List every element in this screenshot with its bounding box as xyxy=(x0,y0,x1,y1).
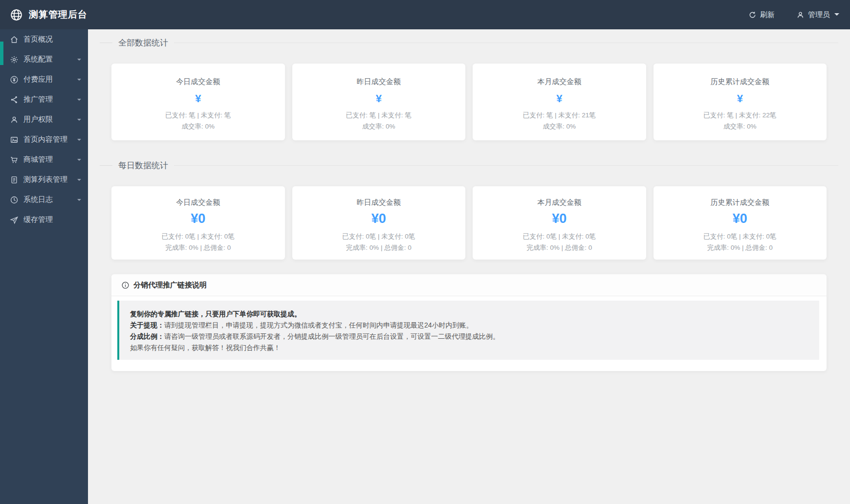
stat-amount: ¥0 xyxy=(478,211,641,226)
chevron-down-icon xyxy=(77,159,81,163)
topbar: 测算管理后台 刷新 管理员 xyxy=(0,0,850,29)
all-stats-cards: 今日成交金额 ¥ 已支付: 笔 | 未支付: 笔 成交率: 0% 昨日成交金额 … xyxy=(111,64,827,140)
chevron-down-icon xyxy=(77,119,81,123)
user-icon xyxy=(10,115,19,124)
sidebar-item-promotion-management[interactable]: 推广管理 xyxy=(0,89,88,110)
stat-card-history-daily: 历史累计成交金额 ¥0 已支付: 0笔 | 未支付: 0笔 完成率: 0% | … xyxy=(654,186,827,260)
sidebar-item-home-overview[interactable]: 首页概况 xyxy=(0,29,88,49)
section-title: 全部数据统计 xyxy=(112,37,174,48)
stat-amount: ¥ xyxy=(658,92,822,105)
stat-rate-line: 完成率: 0% | 总佣金: 0 xyxy=(116,244,280,251)
document-icon xyxy=(10,175,19,184)
stat-card-month-total: 本月成交金额 ¥ 已支付: 笔 | 未支付: 21笔 成交率: 0% xyxy=(473,64,646,140)
app-logo[interactable]: 测算管理后台 xyxy=(10,8,87,22)
stat-card-yesterday-total: 昨日成交金额 ¥ 已支付: 笔 | 未支付: 笔 成交率: 0% xyxy=(292,64,466,140)
app-title: 测算管理后台 xyxy=(29,8,87,21)
sidebar-item-label: 推广管理 xyxy=(23,95,53,104)
stat-card-month-daily: 本月成交金额 ¥0 已支付: 0笔 | 未支付: 0笔 完成率: 0% | 总佣… xyxy=(473,186,646,260)
stat-amount: ¥ xyxy=(116,92,280,105)
sidebar-item-cache-management[interactable]: 缓存管理 xyxy=(0,210,88,230)
stat-amount: ¥0 xyxy=(658,211,822,226)
stat-title: 历史累计成交金额 xyxy=(658,77,822,87)
sidebar-item-mall-management[interactable]: 商城管理 xyxy=(0,150,88,170)
chevron-down-icon xyxy=(77,99,81,103)
stat-amount: ¥0 xyxy=(116,211,280,226)
stat-title: 本月成交金额 xyxy=(478,198,641,207)
stat-paid-line: 已支付: 笔 | 未支付: 22笔 xyxy=(658,112,822,119)
sidebar-item-system-config[interactable]: 系统配置 xyxy=(0,49,88,69)
chevron-down-icon xyxy=(77,59,81,63)
image-icon xyxy=(10,135,19,144)
stat-card-yesterday-daily: 昨日成交金额 ¥0 已支付: 0笔 | 未支付: 0笔 完成率: 0% | 总佣… xyxy=(292,186,466,260)
yen-circle-icon xyxy=(10,75,19,84)
stat-amount: ¥ xyxy=(478,92,641,105)
sidebar-item-label: 首页概况 xyxy=(23,35,53,44)
sidebar-item-calc-list-management[interactable]: 测算列表管理 xyxy=(0,170,88,190)
stat-paid-line: 已支付: 0笔 | 未支付: 0笔 xyxy=(478,233,641,240)
promotion-notice-panel: 分销代理推广链接说明 复制你的专属推广链接，只要用户下单你即可获取提成。 关于提… xyxy=(111,274,827,371)
home-icon xyxy=(10,35,19,44)
stat-title: 历史累计成交金额 xyxy=(658,198,822,207)
notice-line: 复制你的专属推广链接，只要用户下单你即可获取提成。 xyxy=(130,308,808,320)
stat-title: 本月成交金额 xyxy=(478,77,641,87)
stat-amount: ¥0 xyxy=(297,211,461,226)
sidebar-item-label: 测算列表管理 xyxy=(23,175,67,184)
stat-paid-line: 已支付: 笔 | 未支付: 21笔 xyxy=(478,112,641,119)
section-divider-all-stats: 全部数据统计 xyxy=(100,37,838,48)
topbar-actions: 刷新 管理员 xyxy=(748,10,839,20)
stat-rate-line: 完成率: 0% | 总佣金: 0 xyxy=(658,244,822,251)
chevron-down-icon xyxy=(77,139,81,143)
sidebar-item-label: 商城管理 xyxy=(23,155,53,164)
user-label: 管理员 xyxy=(808,10,830,20)
stat-title: 昨日成交金额 xyxy=(297,77,461,87)
send-icon xyxy=(10,216,19,224)
stat-card-today-daily: 今日成交金额 ¥0 已支付: 0笔 | 未支付: 0笔 完成率: 0% | 总佣… xyxy=(111,186,285,260)
sidebar-item-label: 付费应用 xyxy=(23,75,53,84)
notice-line: 分成比例：请咨询一级管理员或者联系源码开发者，分销提成比例一级管理员可在后台设置… xyxy=(130,331,808,342)
refresh-label: 刷新 xyxy=(760,10,775,20)
gear-icon xyxy=(10,55,19,64)
notice-panel-header: 分销代理推广链接说明 xyxy=(111,274,827,296)
user-icon xyxy=(796,11,805,19)
sidebar-item-label: 系统日志 xyxy=(23,195,53,204)
sidebar-item-user-permissions[interactable]: 用户权限 xyxy=(0,110,88,130)
cart-icon xyxy=(10,155,19,164)
stat-rate-line: 成交率: 0% xyxy=(116,123,280,130)
notice-line: 关于提现：请到提现管理栏目，申请提现，提现方式为微信或者支付宝，任何时间内申请提… xyxy=(130,320,808,331)
sidebar-item-label: 系统配置 xyxy=(23,55,53,64)
stat-title: 昨日成交金额 xyxy=(297,198,461,207)
globe-icon xyxy=(10,8,23,22)
chevron-down-icon xyxy=(77,79,81,83)
sidebar-item-homepage-content[interactable]: 首页内容管理 xyxy=(0,130,88,150)
sidebar-item-paid-apps[interactable]: 付费应用 xyxy=(0,69,88,89)
daily-stats-cards: 今日成交金额 ¥0 已支付: 0笔 | 未支付: 0笔 完成率: 0% | 总佣… xyxy=(111,186,827,260)
refresh-icon xyxy=(748,11,757,19)
sidebar-item-label: 用户权限 xyxy=(23,115,53,124)
stat-rate-line: 完成率: 0% | 总佣金: 0 xyxy=(478,244,641,251)
section-divider-daily-stats: 每日数据统计 xyxy=(100,160,838,171)
sidebar-item-label: 缓存管理 xyxy=(23,215,53,224)
info-circle-icon xyxy=(121,281,130,289)
stat-paid-line: 已支付: 0笔 | 未支付: 0笔 xyxy=(297,233,461,240)
share-icon xyxy=(10,95,19,104)
notice-panel-title: 分销代理推广链接说明 xyxy=(133,281,207,290)
stat-paid-line: 已支付: 笔 | 未支付: 笔 xyxy=(297,112,461,119)
stat-paid-line: 已支付: 笔 | 未支付: 笔 xyxy=(116,112,280,119)
stat-rate-line: 成交率: 0% xyxy=(658,123,822,130)
refresh-button[interactable]: 刷新 xyxy=(748,10,775,20)
stat-rate-line: 成交率: 0% xyxy=(478,123,641,130)
sidebar: 首页概况 系统配置 付费应用 xyxy=(0,29,88,504)
stat-card-history-total: 历史累计成交金额 ¥ 已支付: 笔 | 未支付: 22笔 成交率: 0% xyxy=(654,64,827,140)
stat-title: 今日成交金额 xyxy=(116,198,280,207)
sidebar-item-label: 首页内容管理 xyxy=(23,135,67,144)
user-menu[interactable]: 管理员 xyxy=(796,10,839,20)
sidebar-item-system-logs[interactable]: 系统日志 xyxy=(0,190,88,210)
notice-block: 复制你的专属推广链接，只要用户下单你即可获取提成。 关于提现：请到提现管理栏目，… xyxy=(117,301,819,360)
stat-paid-line: 已支付: 0笔 | 未支付: 0笔 xyxy=(658,233,822,240)
stat-card-today-total: 今日成交金额 ¥ 已支付: 笔 | 未支付: 笔 成交率: 0% xyxy=(111,64,285,140)
notice-panel-body: 复制你的专属推广链接，只要用户下单你即可获取提成。 关于提现：请到提现管理栏目，… xyxy=(111,296,827,371)
stat-amount: ¥ xyxy=(297,92,461,105)
section-title: 每日数据统计 xyxy=(112,160,174,171)
main-content: 全部数据统计 今日成交金额 ¥ 已支付: 笔 | 未支付: 笔 成交率: 0% … xyxy=(88,0,850,504)
stat-title: 今日成交金额 xyxy=(116,77,280,87)
